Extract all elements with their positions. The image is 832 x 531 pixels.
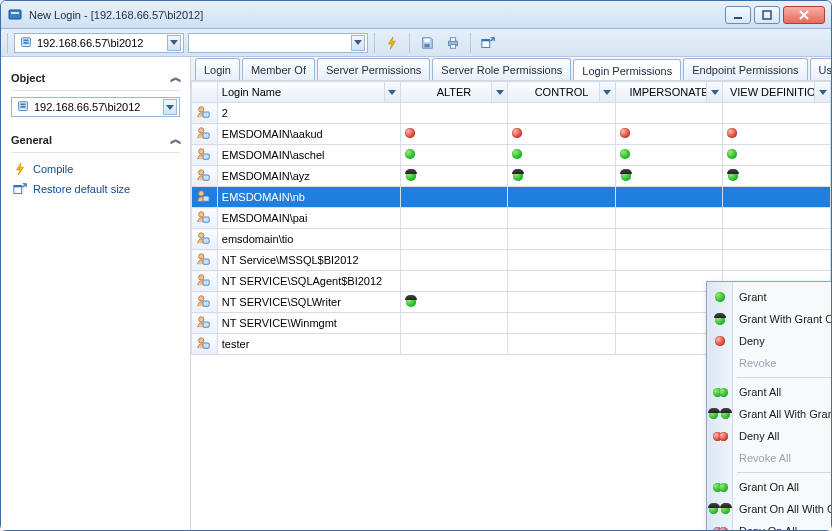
permission-cell[interactable] <box>400 166 508 187</box>
permission-cell[interactable] <box>615 187 723 208</box>
sidebar-link-compile[interactable]: Compile <box>11 159 180 179</box>
column-header[interactable]: IMPERSONATE <box>615 82 723 103</box>
grid-row[interactable]: EMSDOMAIN\pai <box>192 208 831 229</box>
print-button[interactable] <box>442 33 464 53</box>
login-name-cell[interactable]: EMSDOMAIN\aschel <box>217 145 400 166</box>
object-combo[interactable] <box>188 33 368 53</box>
tab-endpoint-permissions[interactable]: Endpoint Permissions <box>683 58 807 80</box>
grid-row[interactable]: EMSDOMAIN\aschel <box>192 145 831 166</box>
permission-cell[interactable] <box>508 313 616 334</box>
column-header[interactable]: ALTER <box>400 82 508 103</box>
permission-cell[interactable] <box>400 313 508 334</box>
menu-item-grant-on-all[interactable]: Grant On All <box>707 476 831 498</box>
permission-cell[interactable] <box>400 250 508 271</box>
permission-cell[interactable] <box>723 208 831 229</box>
permission-cell[interactable] <box>615 124 723 145</box>
permission-cell[interactable] <box>508 145 616 166</box>
permission-cell[interactable] <box>400 292 508 313</box>
restore-size-button[interactable] <box>477 33 499 53</box>
permission-cell[interactable] <box>400 229 508 250</box>
permission-cell[interactable] <box>400 271 508 292</box>
permission-cell[interactable] <box>508 124 616 145</box>
menu-item-grant-all[interactable]: Grant All <box>707 381 831 403</box>
permission-cell[interactable] <box>723 187 831 208</box>
tab-login-permissions[interactable]: Login Permissions <box>573 59 681 81</box>
grid-row[interactable]: NT Service\MSSQL$BI2012 <box>192 250 831 271</box>
login-name-cell[interactable]: EMSDOMAIN\aakud <box>217 124 400 145</box>
login-name-cell[interactable]: NT SERVICE\Winmgmt <box>217 313 400 334</box>
sidebar-link-restore-size[interactable]: Restore default size <box>11 179 180 199</box>
tab-server-permissions[interactable]: Server Permissions <box>317 58 430 80</box>
menu-item-grant-on-all-with-grant-options[interactable]: Grant On All With Grant Options <box>707 498 831 520</box>
sidebar-server-combo[interactable]: 192.168.66.57\bi2012 <box>11 97 180 117</box>
chevron-down-icon[interactable] <box>351 35 365 51</box>
permission-cell[interactable] <box>508 271 616 292</box>
login-name-cell[interactable]: EMSDOMAIN\pai <box>217 208 400 229</box>
permission-cell[interactable] <box>615 166 723 187</box>
permission-cell[interactable] <box>508 229 616 250</box>
chevron-down-icon[interactable] <box>163 99 177 115</box>
grid-row[interactable]: EMSDOMAIN\ayz <box>192 166 831 187</box>
grid-row[interactable]: 2 <box>192 103 831 124</box>
column-header[interactable]: Login Name <box>217 82 400 103</box>
permission-cell[interactable] <box>400 124 508 145</box>
server-combo[interactable]: 192.168.66.57\bi2012 <box>14 33 184 53</box>
permission-cell[interactable] <box>508 334 616 355</box>
tab-user[interactable]: User <box>810 58 831 80</box>
login-name-cell[interactable]: tester <box>217 334 400 355</box>
maximize-button[interactable] <box>754 6 780 24</box>
column-filter-button[interactable] <box>814 82 830 102</box>
permission-cell[interactable] <box>723 103 831 124</box>
minimize-button[interactable] <box>725 6 751 24</box>
permission-cell[interactable] <box>508 250 616 271</box>
login-name-cell[interactable]: NT Service\MSSQL$BI2012 <box>217 250 400 271</box>
tab-member-of[interactable]: Member Of <box>242 58 315 80</box>
chevron-down-icon[interactable] <box>167 35 181 51</box>
grid-row[interactable]: emsdomain\tio <box>192 229 831 250</box>
permission-cell[interactable] <box>615 145 723 166</box>
tab-server-role-permissions[interactable]: Server Role Permissions <box>432 58 571 80</box>
permission-cell[interactable] <box>508 208 616 229</box>
permission-cell[interactable] <box>615 229 723 250</box>
menu-item-deny-all[interactable]: Deny All <box>707 425 831 447</box>
column-header[interactable]: VIEW DEFINITION <box>723 82 831 103</box>
login-name-cell[interactable]: EMSDOMAIN\ayz <box>217 166 400 187</box>
sidebar-group-general[interactable]: General ︽ <box>11 127 180 153</box>
grid-row[interactable]: EMSDOMAIN\aakud <box>192 124 831 145</box>
permission-cell[interactable] <box>723 229 831 250</box>
column-filter-button[interactable] <box>706 82 722 102</box>
permission-cell[interactable] <box>508 187 616 208</box>
menu-item-grant-all-with-grant-options[interactable]: Grant All With Grant Options <box>707 403 831 425</box>
permission-cell[interactable] <box>508 166 616 187</box>
permission-cell[interactable] <box>615 250 723 271</box>
login-name-cell[interactable]: NT SERVICE\SQLAgent$BI2012 <box>217 271 400 292</box>
permission-cell[interactable] <box>723 145 831 166</box>
permission-cell[interactable] <box>723 166 831 187</box>
grid-row[interactable]: EMSDOMAIN\nb <box>192 187 831 208</box>
permission-cell[interactable] <box>400 103 508 124</box>
menu-item-grant-with-grant-options[interactable]: Grant With Grant Options <box>707 308 831 330</box>
column-filter-button[interactable] <box>599 82 615 102</box>
permission-cell[interactable] <box>400 334 508 355</box>
permission-cell[interactable] <box>508 103 616 124</box>
save-button[interactable] <box>416 33 438 53</box>
column-filter-button[interactable] <box>491 82 507 102</box>
login-name-cell[interactable]: emsdomain\tio <box>217 229 400 250</box>
permission-context-menu[interactable]: GrantGrant With Grant OptionsDenyRevokeG… <box>706 281 831 530</box>
column-filter-button[interactable] <box>384 82 400 102</box>
column-header[interactable]: CONTROL <box>508 82 616 103</box>
menu-item-deny-on-all[interactable]: Deny On All <box>707 520 831 530</box>
close-button[interactable] <box>783 6 825 24</box>
permission-cell[interactable] <box>400 187 508 208</box>
permission-cell[interactable] <box>723 250 831 271</box>
tab-login[interactable]: Login <box>195 58 240 80</box>
permission-cell[interactable] <box>508 292 616 313</box>
menu-item-grant[interactable]: Grant <box>707 286 831 308</box>
permission-cell[interactable] <box>400 145 508 166</box>
login-name-cell[interactable]: EMSDOMAIN\nb <box>217 187 400 208</box>
sidebar-group-object[interactable]: Object ︽ <box>11 65 180 91</box>
permission-cell[interactable] <box>615 208 723 229</box>
menu-item-deny[interactable]: Deny <box>707 330 831 352</box>
compile-button[interactable] <box>381 33 403 53</box>
login-name-cell[interactable]: 2 <box>217 103 400 124</box>
